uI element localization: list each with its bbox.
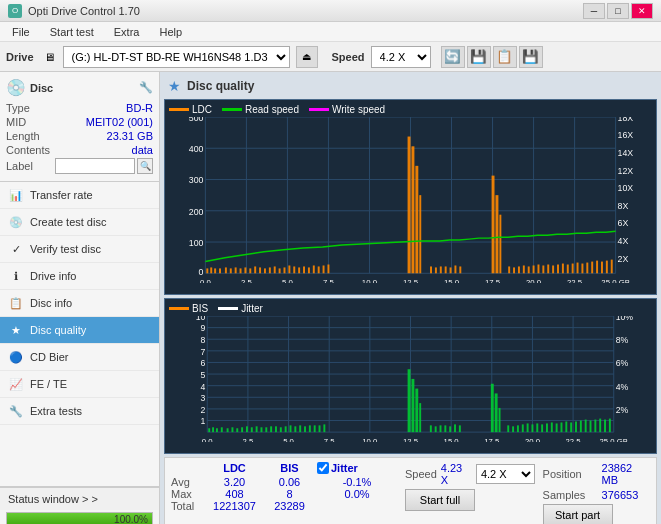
svg-rect-165 — [256, 426, 258, 432]
samples-label: Samples — [543, 489, 598, 501]
nav-disc-info-label: Disc info — [30, 297, 72, 309]
read-color-swatch — [222, 108, 242, 111]
svg-rect-215 — [609, 419, 611, 433]
svg-rect-197 — [522, 424, 524, 432]
svg-text:12X: 12X — [618, 166, 634, 176]
drive-action-btn4[interactable]: 💾 — [519, 46, 543, 68]
svg-text:8%: 8% — [616, 335, 629, 345]
nav-extra-tests[interactable]: 🔧 Extra tests — [0, 398, 159, 425]
disc-label-label: Label — [6, 160, 33, 172]
svg-text:3: 3 — [200, 393, 205, 403]
svg-rect-189 — [440, 425, 442, 432]
nav-create-test-disc[interactable]: 💿 Create test disc — [0, 209, 159, 236]
jitter-header: Jitter — [317, 462, 397, 474]
drive-action-btn3[interactable]: 📋 — [493, 46, 517, 68]
svg-text:2: 2 — [200, 405, 205, 415]
jitter-checkbox[interactable] — [317, 462, 329, 474]
svg-rect-186 — [499, 408, 501, 432]
svg-text:7.5: 7.5 — [323, 278, 335, 283]
drive-action-btn1[interactable]: 🔄 — [441, 46, 465, 68]
nav-disc-quality[interactable]: ★ Disc quality — [0, 317, 159, 344]
nav-transfer-rate-label: Transfer rate — [30, 189, 93, 201]
svg-rect-97 — [572, 264, 574, 274]
nav-disc-info[interactable]: 📋 Disc info — [0, 290, 159, 317]
disc-header-extra: 🔧 — [139, 81, 153, 94]
svg-text:300: 300 — [189, 175, 204, 185]
svg-rect-45 — [210, 267, 212, 273]
svg-rect-194 — [507, 425, 509, 432]
disc-type-label: Type — [6, 102, 30, 114]
svg-text:6%: 6% — [616, 358, 629, 368]
svg-text:25.0 GB: 25.0 GB — [600, 437, 628, 442]
svg-rect-163 — [246, 426, 248, 432]
content-area: ★ Disc quality LDC Read speed Write spee… — [160, 72, 661, 524]
nav-cd-bier[interactable]: 🔵 CD Bier — [0, 344, 159, 371]
svg-rect-167 — [265, 427, 267, 432]
svg-rect-44 — [206, 268, 208, 273]
svg-text:400: 400 — [189, 144, 204, 154]
svg-rect-185 — [495, 393, 498, 432]
stats-max-label: Max — [171, 488, 207, 500]
svg-rect-71 — [411, 146, 414, 273]
close-button[interactable]: ✕ — [631, 3, 653, 19]
nav-transfer-rate[interactable]: 📊 Transfer rate — [0, 182, 159, 209]
svg-text:8: 8 — [200, 335, 205, 345]
drive-action-btn2[interactable]: 💾 — [467, 46, 491, 68]
svg-rect-53 — [249, 268, 251, 273]
nav-verify-test-disc[interactable]: ✓ Verify test disc — [0, 236, 159, 263]
nav-drive-info[interactable]: ℹ Drive info — [0, 263, 159, 290]
svg-rect-92 — [547, 265, 549, 274]
disc-label-input[interactable] — [55, 158, 135, 174]
start-full-button[interactable]: Start full — [405, 489, 475, 511]
minimize-button[interactable]: ─ — [583, 3, 605, 19]
disc-label-icon-btn[interactable]: 🔍 — [137, 158, 153, 174]
svg-rect-52 — [244, 267, 246, 273]
svg-rect-157 — [216, 428, 218, 432]
svg-text:5.0: 5.0 — [283, 437, 294, 442]
menu-help[interactable]: Help — [151, 24, 190, 40]
svg-rect-178 — [319, 425, 321, 432]
svg-rect-205 — [561, 423, 563, 433]
svg-rect-199 — [531, 424, 533, 432]
svg-rect-63 — [298, 267, 300, 273]
svg-rect-213 — [599, 419, 601, 433]
main-area: 💿 Disc 🔧 Type BD-R MID MEIT02 (001) Leng… — [0, 72, 661, 524]
nav-fe-te[interactable]: 📈 FE / TE — [0, 371, 159, 398]
svg-rect-202 — [546, 423, 548, 432]
status-window-label: Status window > > — [8, 493, 98, 505]
position-section: Position 23862 MB Samples 376653 Start p… — [535, 462, 650, 524]
speed-select-stats[interactable]: 4.2 X — [476, 464, 535, 484]
eject-button[interactable]: ⏏ — [296, 46, 318, 68]
stats-avg-bis: 0.06 — [262, 476, 317, 488]
svg-rect-172 — [290, 425, 292, 432]
svg-rect-166 — [260, 427, 262, 432]
maximize-button[interactable]: □ — [607, 3, 629, 19]
svg-rect-195 — [512, 426, 514, 432]
chart2-container: BIS Jitter — [164, 298, 657, 454]
svg-rect-86 — [518, 266, 520, 273]
extra-tests-icon: 🔧 — [8, 403, 24, 419]
status-window-button[interactable]: Status window > > — [0, 487, 159, 510]
menu-file[interactable]: File — [4, 24, 38, 40]
svg-rect-96 — [567, 265, 569, 274]
svg-text:10: 10 — [196, 316, 206, 322]
menu-extra[interactable]: Extra — [106, 24, 148, 40]
svg-text:12.5: 12.5 — [403, 278, 419, 283]
disc-contents-row: Contents data — [6, 143, 153, 157]
svg-rect-187 — [430, 425, 432, 432]
disc-label-row: Label 🔍 — [6, 157, 153, 175]
svg-rect-182 — [415, 389, 418, 433]
start-part-button[interactable]: Start part — [543, 504, 613, 524]
svg-rect-207 — [570, 423, 572, 433]
svg-rect-162 — [241, 427, 243, 432]
app-icon: O — [8, 4, 22, 18]
drive-select[interactable]: (G:) HL-DT-ST BD-RE WH16NS48 1.D3 — [63, 46, 290, 68]
speed-select[interactable]: 4.2 X — [371, 46, 431, 68]
svg-rect-206 — [565, 422, 567, 433]
svg-rect-160 — [231, 427, 233, 432]
nav-create-test-disc-label: Create test disc — [30, 216, 106, 228]
menu-start-test[interactable]: Start test — [42, 24, 102, 40]
disc-mid-label: MID — [6, 116, 26, 128]
svg-rect-196 — [517, 425, 519, 432]
stats-area: LDC BIS Avg 3.20 0.06 Max 408 8 Total — [164, 457, 657, 524]
